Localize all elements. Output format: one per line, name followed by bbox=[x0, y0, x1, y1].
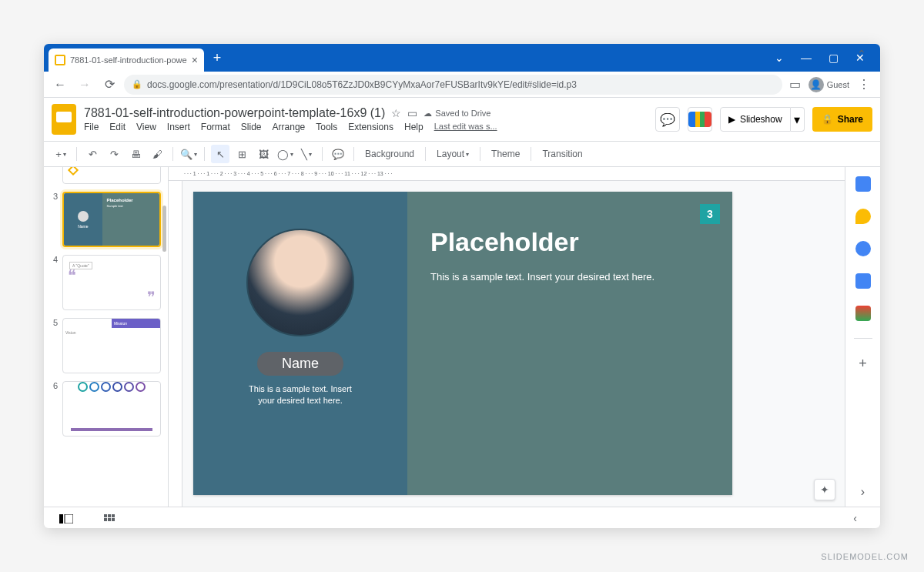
layout-button[interactable]: Layout ▾ bbox=[432, 149, 474, 159]
menu-slide[interactable]: Slide bbox=[241, 122, 262, 132]
contacts-icon[interactable] bbox=[855, 273, 871, 289]
keep-icon[interactable] bbox=[855, 209, 871, 224]
forward-button[interactable]: → bbox=[75, 75, 95, 95]
slide-right-panel: 3 Placeholder This is a sample text. Ins… bbox=[407, 192, 732, 495]
url-text: docs.google.com/presentation/d/1D9CiL08o… bbox=[147, 79, 577, 90]
paint-format-button[interactable]: 🖌 bbox=[148, 145, 166, 163]
menu-help[interactable]: Help bbox=[404, 122, 424, 132]
profile-chip[interactable]: 👤 Guest bbox=[808, 77, 849, 92]
thumb-number: 4 bbox=[50, 255, 58, 310]
placeholder-title[interactable]: Placeholder bbox=[430, 227, 709, 257]
hide-sidepanel-icon[interactable]: › bbox=[861, 485, 865, 499]
menu-insert[interactable]: Insert bbox=[167, 122, 190, 132]
thumb-number: 5 bbox=[50, 318, 58, 373]
header-actions: 💬 ▶ Slideshow ▾ 🔒 Share bbox=[655, 107, 872, 132]
new-slide-button[interactable]: +▾ bbox=[52, 145, 70, 163]
menu-format[interactable]: Format bbox=[201, 122, 230, 132]
last-edit-link[interactable]: Last edit was s... bbox=[434, 122, 497, 132]
back-button[interactable]: ← bbox=[50, 75, 70, 95]
toolbar: +▾ ↶ ↷ 🖶 🖌 🔍▾ ↖ ⊞ 🖼 ◯▾ ╲▾ 💬 Background L… bbox=[44, 141, 880, 167]
thumb-number: 6 bbox=[50, 381, 58, 437]
slide-canvas[interactable]: Name This is a sample text. Insert your … bbox=[182, 181, 845, 507]
slide-number-badge: 3 bbox=[700, 204, 720, 224]
tab-title: 7881-01-self-introduction-powe bbox=[70, 55, 187, 65]
maps-icon[interactable] bbox=[855, 306, 871, 321]
menu-file[interactable]: File bbox=[84, 122, 99, 132]
canvas-area: · · · 1 · · · 1 · · · 2 · · · 3 · · · 4 … bbox=[169, 167, 845, 507]
reader-mode-icon[interactable]: ▭ bbox=[787, 76, 804, 93]
thumb-number: 3 bbox=[50, 192, 58, 247]
new-tab-button[interactable]: + bbox=[213, 50, 222, 66]
slide-left-panel: Name This is a sample text. Insert your … bbox=[193, 192, 407, 495]
shape-tool[interactable]: ◯▾ bbox=[276, 145, 294, 163]
svg-rect-3 bbox=[108, 514, 111, 517]
browser-window: 7881-01-self-introduction-powe × + ⌄ — ▢… bbox=[44, 44, 880, 528]
scrollbar-thumb[interactable] bbox=[162, 206, 166, 252]
add-addon-button[interactable]: + bbox=[855, 356, 871, 371]
chevron-down-icon[interactable]: ⌄ bbox=[775, 52, 784, 64]
background-button[interactable]: Background bbox=[360, 149, 419, 159]
left-subtitle[interactable]: This is a sample text. Insert your desir… bbox=[243, 383, 358, 407]
window-titlebar: 7881-01-self-introduction-powe × + ⌄ — ▢… bbox=[44, 44, 880, 72]
slide-thumb-6[interactable] bbox=[62, 381, 161, 437]
slide-thumb-2[interactable] bbox=[62, 167, 161, 184]
slideshow-button[interactable]: ▶ Slideshow bbox=[720, 107, 791, 132]
browser-tab[interactable]: 7881-01-self-introduction-powe × bbox=[49, 49, 204, 72]
svg-rect-2 bbox=[104, 514, 107, 517]
meet-icon bbox=[688, 112, 711, 127]
current-slide[interactable]: Name This is a sample text. Insert your … bbox=[193, 192, 732, 495]
collapse-thumbs-icon[interactable]: ‹ bbox=[853, 512, 857, 524]
comment-tool[interactable]: 💬 bbox=[329, 145, 347, 163]
tasks-icon[interactable] bbox=[855, 241, 871, 256]
transition-button[interactable]: Transition bbox=[537, 149, 587, 159]
menu-view[interactable]: View bbox=[136, 122, 156, 132]
grid-view-icon[interactable] bbox=[104, 513, 118, 523]
slide-thumbnails[interactable]: 3 Name PlaceholderSample text 4 A "Quote… bbox=[44, 167, 169, 507]
explore-button[interactable]: ✦ bbox=[814, 479, 835, 500]
browser-menu-icon[interactable]: ⋮ bbox=[854, 75, 874, 95]
close-tab-icon[interactable]: × bbox=[192, 54, 198, 66]
redo-button[interactable]: ↷ bbox=[105, 145, 123, 163]
side-panel: + › bbox=[845, 167, 880, 507]
avatar-image[interactable] bbox=[246, 229, 354, 336]
svg-rect-7 bbox=[112, 518, 115, 521]
theme-button[interactable]: Theme bbox=[487, 149, 524, 159]
menu-extensions[interactable]: Extensions bbox=[348, 122, 393, 132]
meet-button[interactable] bbox=[688, 107, 712, 132]
svg-rect-6 bbox=[108, 518, 111, 521]
slide-thumb-3[interactable]: Name PlaceholderSample text bbox=[62, 192, 161, 247]
url-field[interactable]: 🔒 docs.google.com/presentation/d/1D9CiL0… bbox=[124, 75, 782, 95]
zoom-button[interactable]: 🔍▾ bbox=[179, 145, 198, 163]
doc-title[interactable]: 7881-01-self-introduction-powerpoint-tem… bbox=[84, 106, 385, 120]
menu-arrange[interactable]: Arrange bbox=[273, 122, 306, 132]
share-button[interactable]: 🔒 Share bbox=[812, 107, 872, 132]
image-tool[interactable]: 🖼 bbox=[254, 145, 273, 163]
slide-thumb-5[interactable]: Mission Vision bbox=[62, 318, 161, 373]
reload-button[interactable]: ⟳ bbox=[99, 75, 119, 95]
menu-edit[interactable]: Edit bbox=[109, 122, 126, 132]
placeholder-subtitle[interactable]: This is a sample text. Insert your desir… bbox=[430, 271, 709, 283]
slideshow-dropdown[interactable]: ▾ bbox=[791, 107, 805, 132]
textbox-tool[interactable]: ⊞ bbox=[233, 145, 251, 163]
slides-logo[interactable] bbox=[52, 104, 76, 135]
filmstrip-view-icon[interactable] bbox=[59, 513, 73, 523]
svg-rect-4 bbox=[112, 514, 115, 517]
minimize-button[interactable]: — bbox=[801, 52, 812, 64]
select-tool[interactable]: ↖ bbox=[211, 145, 229, 163]
avatar-icon: 👤 bbox=[808, 77, 824, 92]
print-button[interactable]: 🖶 bbox=[126, 145, 145, 163]
slide-thumb-4[interactable]: A "Quote" ❝❞ bbox=[62, 255, 161, 310]
horizontal-ruler: · · · 1 · · · 1 · · · 2 · · · 3 · · · 4 … bbox=[169, 167, 845, 181]
menubar: File Edit View Insert Format Slide Arran… bbox=[84, 122, 648, 132]
calendar-icon[interactable] bbox=[855, 176, 871, 192]
star-icon[interactable]: ☆ bbox=[391, 107, 401, 119]
comments-icon[interactable]: 💬 bbox=[655, 107, 680, 132]
move-icon[interactable]: ▭ bbox=[407, 107, 417, 119]
undo-button[interactable]: ↶ bbox=[83, 145, 102, 163]
collapse-toolbar-icon[interactable]: ⌃ bbox=[857, 48, 866, 60]
name-pill[interactable]: Name bbox=[257, 352, 343, 376]
maximize-button[interactable]: ▢ bbox=[829, 52, 839, 64]
line-tool[interactable]: ╲▾ bbox=[297, 145, 316, 163]
menu-tools[interactable]: Tools bbox=[316, 122, 337, 132]
saved-to-drive[interactable]: ☁ Saved to Drive bbox=[424, 109, 490, 119]
